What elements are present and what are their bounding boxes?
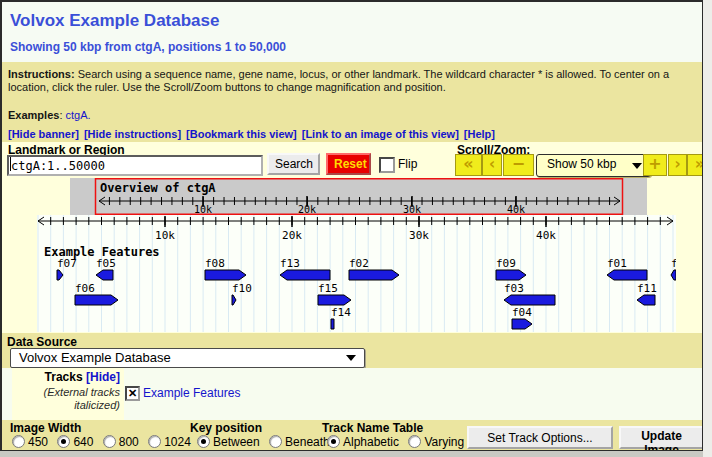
browser-section: Landmark or Region Scroll/Zoom: Search R…: [2, 142, 702, 333]
feature-f01[interactable]: f01: [607, 257, 647, 280]
banner: Volvox Example Database Showing 50 kbp f…: [2, 2, 702, 62]
feature-label: f09: [496, 257, 516, 270]
hide-tracks-link[interactable]: [Hide]: [86, 370, 120, 384]
feature-f15[interactable]: f15: [318, 282, 351, 305]
feature-f10[interactable]: f10: [232, 282, 252, 305]
search-button[interactable]: Search: [267, 153, 320, 175]
radio-icon: [269, 435, 282, 448]
ruler-tick-label: 40k: [507, 204, 525, 215]
ruler-tick-label: 30k: [409, 229, 429, 242]
track-name-table-label: Track Name Table: [322, 421, 423, 435]
screenshot-stage: Volvox Example Database Showing 50 kbp f…: [0, 0, 712, 457]
feature-f14[interactable]: f14: [331, 306, 351, 329]
feature-label: f01: [607, 257, 627, 270]
feature-f02[interactable]: f02: [349, 257, 399, 280]
example-features-track-link[interactable]: Example Features: [143, 386, 240, 400]
feature-f05[interactable]: f05: [96, 257, 116, 280]
image-width-450[interactable]: 450: [12, 435, 48, 449]
ruler-tick-label: 40k: [536, 229, 556, 242]
data-source-section: Data Source Volvox Example Database: [2, 333, 702, 368]
link-to-image-link[interactable]: [Link to an image of this view]: [302, 128, 459, 140]
examples-label: Examples: [8, 109, 59, 121]
feature-label: f05: [96, 257, 116, 270]
nav-links: [Hide banner][Hide instructions][Bookmar…: [8, 128, 500, 140]
feature-f09[interactable]: f09: [496, 257, 526, 280]
example-ctga-link[interactable]: ctgA.: [66, 109, 91, 121]
feature-f[interactable]: f: [671, 257, 676, 280]
key-position-label: Key position: [190, 421, 262, 435]
feature-label: f11: [637, 282, 657, 295]
example-features-checkbox[interactable]: ✕: [125, 386, 140, 401]
key-position-group: Between Beneath: [197, 435, 336, 449]
scroll-far-right-button[interactable]: »: [687, 154, 703, 176]
update-image-button[interactable]: Update Image: [619, 426, 703, 449]
set-track-options-button[interactable]: Set Track Options...: [467, 426, 613, 449]
ruler-tick-label: 20k: [298, 204, 316, 215]
track-name-alphabetic[interactable]: Alphabetic: [327, 435, 399, 449]
help-link[interactable]: [Help]: [464, 128, 495, 140]
radio-icon: [408, 435, 421, 448]
overview-panel[interactable]: Overview of ctgA10k20k30k40k: [70, 178, 647, 215]
track-name-table-group: Alphabetic Varying: [327, 435, 470, 449]
tracks-left-column: Tracks [Hide] (External tracksitalicized…: [12, 368, 124, 420]
radio-icon: [148, 435, 161, 448]
flip-checkbox[interactable]: [379, 157, 395, 173]
tracks-section: Tracks [Hide] (External tracksitalicized…: [2, 368, 702, 420]
tracks-title: Tracks [Hide]: [45, 370, 120, 384]
feature-f06[interactable]: f06: [75, 282, 118, 305]
data-source-label: Data Source: [7, 335, 77, 349]
feature-f07[interactable]: f07: [57, 257, 77, 280]
feature-label: f02: [349, 257, 369, 270]
feature-label: f: [671, 257, 676, 270]
feature-label: f14: [331, 306, 351, 319]
flip-label: Flip: [398, 157, 417, 171]
feature-label: f15: [318, 282, 338, 295]
hide-banner-link[interactable]: [Hide banner]: [8, 128, 79, 140]
key-position-between[interactable]: Between: [197, 435, 260, 449]
scroll-left-button[interactable]: ‹: [482, 154, 502, 176]
scroll-far-left-button[interactable]: «: [455, 154, 482, 176]
image-width-640[interactable]: 640: [57, 435, 93, 449]
examples-line: Examples: ctgA.: [8, 109, 91, 121]
zoom-in-button[interactable]: +: [643, 154, 667, 176]
zoom-out-button[interactable]: −: [503, 154, 534, 176]
instructions-text: Instructions: Search using a sequence na…: [8, 68, 698, 94]
feature-label: f07: [57, 257, 77, 270]
ruler-tick-label: 30k: [403, 204, 421, 215]
bookmark-view-link[interactable]: [Bookmark this view]: [186, 128, 297, 140]
key-position-beneath[interactable]: Beneath: [269, 435, 330, 449]
ruler-tick-label: 10k: [194, 204, 212, 215]
data-source-select[interactable]: Volvox Example Database: [10, 348, 365, 368]
zoom-level-select[interactable]: Show 50 kbp: [536, 154, 651, 177]
radio-icon: [57, 435, 70, 448]
detail-panel[interactable]: 10k20k30k40kExample Featuresf07f05f08f13…: [37, 215, 676, 332]
ruler-tick-label: 20k: [282, 229, 302, 242]
feature-f11[interactable]: f11: [637, 282, 657, 305]
feature-label: f04: [512, 306, 532, 319]
instructions-section: Instructions: Search using a sequence na…: [2, 62, 702, 142]
feature-f04[interactable]: f04: [512, 306, 532, 329]
chevron-down-icon: [632, 163, 642, 169]
feature-f03[interactable]: f03: [504, 282, 555, 305]
feature-label: f03: [504, 282, 524, 295]
feature-label: f10: [232, 282, 252, 295]
feature-f08[interactable]: f08: [205, 257, 246, 280]
window-edge-right: [703, 0, 712, 457]
text-caret: [10, 157, 11, 171]
track-name-varying[interactable]: Varying: [408, 435, 464, 449]
overview-title: Overview of ctgA: [100, 181, 216, 195]
radio-icon: [327, 435, 340, 448]
radio-icon: [103, 435, 116, 448]
gbrowse-page: Volvox Example Database Showing 50 kbp f…: [0, 0, 703, 451]
ruler-tick-label: 10k: [155, 229, 175, 242]
image-width-1024[interactable]: 1024: [148, 435, 191, 449]
page-title: Volvox Example Database: [10, 11, 219, 31]
image-width-label: Image Width: [10, 421, 81, 435]
radio-icon: [197, 435, 210, 448]
landmark-input[interactable]: [7, 155, 263, 176]
window-edge-bottom: [0, 451, 703, 457]
reset-button[interactable]: Reset: [326, 153, 371, 175]
scroll-right-button[interactable]: ›: [668, 154, 687, 176]
hide-instructions-link[interactable]: [Hide instructions]: [84, 128, 181, 140]
image-width-800[interactable]: 800: [103, 435, 139, 449]
